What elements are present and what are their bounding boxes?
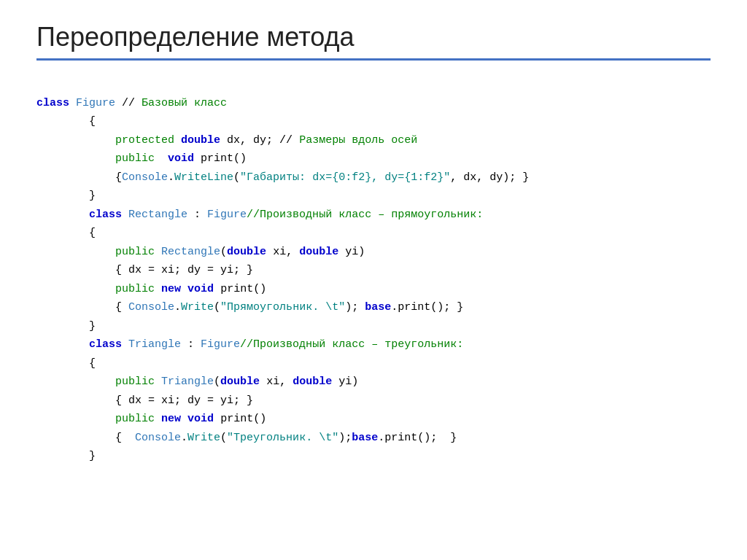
title-divider <box>36 58 711 61</box>
code-block: class Figure // Базовый класс { protecte… <box>36 75 711 466</box>
page-title: Переопределение метода <box>36 22 711 52</box>
